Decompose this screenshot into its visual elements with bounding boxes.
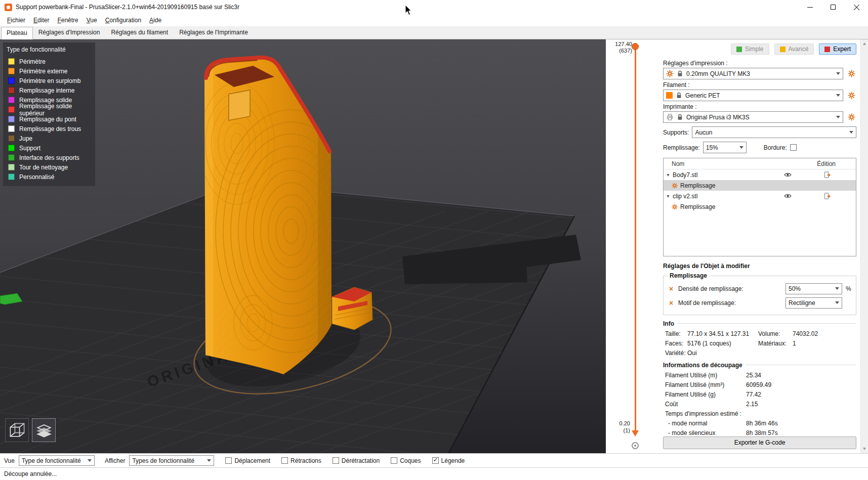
app-icon	[5, 4, 12, 11]
setting-row-remplissage-clip[interactable]: Remplissage	[664, 201, 856, 212]
minimize-button[interactable]	[798, 0, 821, 14]
color-swatch	[8, 154, 15, 161]
supports-combo[interactable]: Aucun	[692, 126, 856, 138]
setting-row-remplissage-body7[interactable]: Remplissage	[664, 180, 856, 191]
menu-vue[interactable]: Vue	[82, 15, 101, 25]
status-text: Découpe annulée...	[4, 470, 57, 477]
filament-combo[interactable]: Generic PET	[663, 90, 843, 101]
menu-aide[interactable]: Aide	[145, 15, 166, 25]
show-combo[interactable]: Types de fonctionnalité	[129, 455, 214, 466]
print-settings-combo[interactable]: 0.20mm QUALITY MK3	[663, 68, 843, 79]
menu-fichier[interactable]: Fichier	[3, 15, 29, 25]
menu-fenetre[interactable]: Fenêtre	[53, 15, 82, 25]
slider-lock-icon[interactable]	[632, 442, 639, 449]
tab-reglages-imprimante[interactable]: Réglages de l'Imprimante	[174, 26, 254, 39]
3d-editor-view-button[interactable]	[5, 418, 29, 442]
object-row-body7[interactable]: ▾ Body7.stl	[664, 169, 856, 180]
mode-silencieux-value: 8h 38m 57s	[746, 429, 854, 437]
remove-setting-icon[interactable]: ×	[668, 285, 675, 293]
chevron-down-icon	[835, 301, 839, 304]
edit-printer-button[interactable]	[846, 112, 856, 122]
color-swatch	[8, 58, 15, 65]
filament-value: Generic PET	[685, 92, 720, 99]
visibility-eye-icon[interactable]	[784, 171, 795, 179]
legende-checkbox[interactable]	[432, 457, 439, 464]
layer-slider-track[interactable]	[635, 47, 636, 431]
close-button[interactable]	[845, 0, 868, 14]
variety-label: Variété:	[665, 350, 687, 357]
expand-caret-icon[interactable]: ▾	[664, 172, 673, 178]
object-row-clip-v2[interactable]: ▾ clip v2.stl	[664, 191, 856, 201]
checkbox-legende[interactable]: Légende	[432, 457, 465, 464]
printer-icon	[666, 113, 674, 121]
window-title: Support powerbank-Final - PrusaSlicer-2.…	[16, 4, 239, 11]
group-legend: Remplissage	[668, 272, 709, 279]
deretractation-checkbox[interactable]	[333, 457, 339, 464]
checkbox-deplacement[interactable]: Déplacement	[225, 457, 270, 464]
volume-label: Volume:	[758, 330, 793, 337]
tab-reglages-impression[interactable]: Réglages d'Impression	[33, 26, 106, 39]
export-gcode-button[interactable]: Exporter le G-code	[663, 437, 856, 449]
setting-name[interactable]: Remplissage	[680, 203, 856, 210]
printer-combo[interactable]: Original Prusa i3 MK3S	[663, 111, 843, 123]
mode-simple-button[interactable]: Simple	[731, 43, 769, 55]
remove-setting-icon[interactable]: ×	[668, 299, 675, 307]
fill-pattern-combo[interactable]: Rectiligne	[786, 297, 842, 309]
infill-combo[interactable]: 15%	[703, 142, 747, 153]
tab-plateau[interactable]: Plateau	[1, 27, 33, 39]
coques-checkbox[interactable]	[391, 457, 397, 464]
mode-label: Expert	[833, 46, 851, 53]
maximize-button[interactable]	[821, 0, 845, 14]
tab-reglages-filament[interactable]: Réglages du filament	[105, 26, 174, 39]
edit-object-icon[interactable]	[823, 171, 835, 179]
feature-type-legend: Type de fonctionnalité Périmètre Périmèt…	[3, 42, 95, 186]
checkbox-deretractation[interactable]: Dérétractation	[333, 457, 380, 464]
mode-avance-button[interactable]: Avancé	[774, 43, 814, 55]
color-swatch	[8, 164, 15, 170]
menu-configuration[interactable]: Configuration	[101, 15, 145, 25]
view-mode-combo[interactable]: Type de fonctionnalité	[19, 455, 95, 466]
title-bar[interactable]: Support powerbank-Final - PrusaSlicer-2.…	[0, 0, 868, 14]
object-name[interactable]: Body7.stl	[673, 171, 784, 179]
edit-filament-button[interactable]	[846, 91, 856, 101]
layer-slider-strip: 127.40 (637) 0.20 (1)	[606, 39, 658, 453]
materials-label: Matériaux:	[758, 340, 793, 347]
retractions-checkbox[interactable]	[281, 457, 288, 464]
object-settings-title: Réglages de l'Objet à modifier	[663, 263, 856, 270]
checkbox-retractions[interactable]: Rétractions	[281, 457, 321, 464]
brim-checkbox[interactable]	[790, 144, 797, 151]
deplacement-checkbox[interactable]	[225, 457, 232, 464]
mode-expert-button[interactable]: Expert	[819, 43, 856, 55]
layer-slider-top-labels: 127.40 (637)	[607, 41, 632, 54]
scroll-down-icon[interactable]	[863, 448, 866, 450]
sidebar-scrollbar[interactable]	[860, 39, 868, 453]
object-list[interactable]: Nom Édition ▾ Body7.stl Remplissage	[663, 158, 856, 256]
checkbox-coques[interactable]: Coques	[391, 457, 421, 464]
edit-object-icon[interactable]	[823, 192, 835, 200]
filament-label: Filament :	[663, 81, 856, 89]
layer-slider-upper-handle[interactable]	[632, 43, 639, 50]
legend-label: Remplissage interne	[19, 87, 74, 94]
legend-label: Remplissage du pont	[19, 116, 76, 123]
legend-label: Périmètre externe	[19, 68, 67, 75]
fill-density-combo[interactable]: 50%	[786, 283, 842, 294]
edit-print-settings-button[interactable]	[846, 69, 856, 79]
gear-icon	[848, 92, 855, 99]
legend-label: Remplissage solide supérieur	[19, 103, 95, 117]
scroll-up-icon[interactable]	[863, 42, 866, 45]
expand-caret-icon[interactable]: ▾	[664, 193, 673, 199]
visibility-eye-icon[interactable]	[784, 192, 795, 200]
filament-m-label: Filament Utilisé (m)	[665, 372, 746, 379]
legend-item: Remplissage interne	[3, 85, 95, 95]
mode-label: Simple	[745, 46, 764, 53]
preview-view-button[interactable]	[32, 418, 56, 442]
layer-slider-lower-handle[interactable]	[632, 430, 639, 437]
setting-name[interactable]: Remplissage	[680, 182, 856, 189]
object-name[interactable]: clip v2.stl	[673, 193, 784, 200]
printer-label: Imprimante :	[663, 103, 856, 110]
size-value: 77.10 x 34.51 x 127.31	[687, 330, 758, 337]
color-swatch	[8, 87, 15, 94]
3d-viewport[interactable]: ORIGINAL PRU	[0, 39, 606, 453]
menu-editer[interactable]: Editer	[29, 15, 53, 25]
chevron-down-icon	[849, 131, 853, 134]
